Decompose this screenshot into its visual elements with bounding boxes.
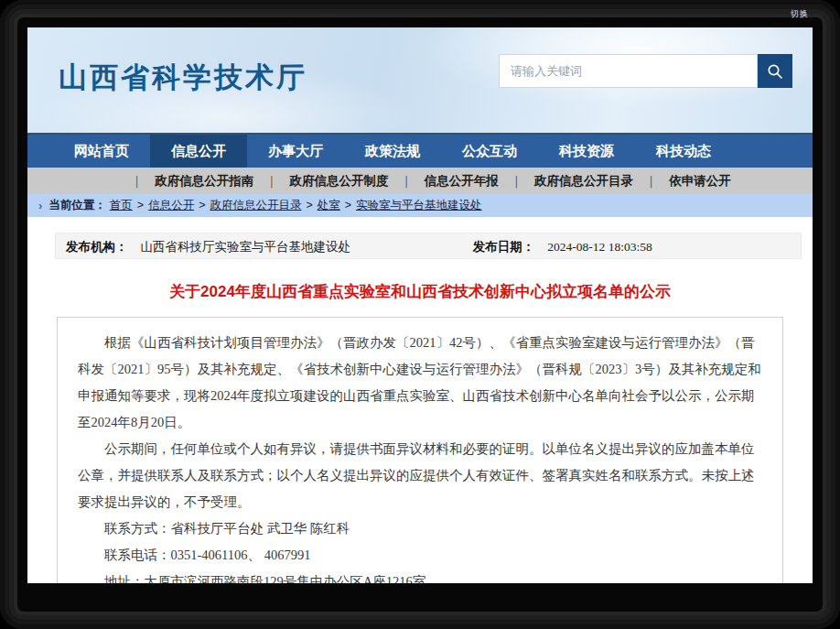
subnav-separator: ｜ — [645, 173, 657, 190]
article-body: 根据《山西省科技计划项目管理办法》（晋政办发〔2021〕42号）、《省重点实验室… — [57, 317, 783, 583]
nav-item[interactable]: 科技动态 — [635, 135, 732, 168]
site-header: 山西省科学技术厅 — [27, 27, 813, 133]
breadcrumb-arrow-icon: › — [38, 199, 42, 212]
subnav-item[interactable]: 政府信息公开目录 — [534, 173, 633, 190]
contact-line: 地址：太原市滨河西路南段129号集中办公区A座1216室 — [78, 569, 762, 583]
breadcrumb: › 当前位置： 首页>信息公开>政府信息公开目录>处室>实验室与平台基地建设处 — [27, 194, 813, 217]
breadcrumb-link[interactable]: 实验室与平台基地建设处 — [356, 199, 482, 211]
nav-item[interactable]: 公众互动 — [441, 135, 538, 168]
nav-item[interactable]: 网站首页 — [53, 135, 150, 168]
agency-label: 发布机构： — [66, 240, 128, 254]
article-title: 关于2024年度山西省重点实验室和山西省技术创新中心拟立项名单的公示 — [37, 281, 803, 302]
subnav-item[interactable]: 政府信息公开制度 — [289, 173, 388, 190]
nav-item[interactable]: 政策法规 — [344, 135, 441, 168]
nav-item[interactable]: 信息公开 — [150, 135, 247, 168]
search-input[interactable] — [499, 54, 758, 88]
search-box — [499, 54, 792, 88]
article-content: 发布机构：山西省科技厅实验室与平台基地建设处 发布日期：2024-08-12 1… — [27, 233, 813, 583]
breadcrumb-separator: > — [199, 199, 205, 211]
breadcrumb-link[interactable]: 首页 — [110, 199, 133, 211]
breadcrumb-separator: > — [137, 199, 144, 211]
main-nav: 网站首页信息公开办事大厅政策法规公众互动科技资源科技动态 — [27, 133, 813, 168]
subnav-item[interactable]: 信息公开年报 — [425, 173, 499, 190]
contact-line: 联系方式：省科技厅平台处 武卫华 陈红科 — [78, 515, 762, 542]
breadcrumb-items: 首页>信息公开>政府信息公开目录>处室>实验室与平台基地建设处 — [110, 198, 482, 213]
date-value: 2024-08-12 18:03:58 — [547, 240, 652, 254]
nav-item[interactable]: 科技资源 — [538, 135, 635, 168]
breadcrumb-prefix: 当前位置： — [48, 198, 106, 213]
breadcrumb-link[interactable]: 信息公开 — [148, 199, 194, 211]
date-label: 发布日期： — [473, 240, 535, 254]
agency-value: 山西省科技厅实验室与平台基地建设处 — [141, 240, 351, 254]
contact-line: 联系电话：0351-4061106、 4067991 — [78, 542, 762, 569]
corner-label: 切换 — [791, 8, 809, 20]
paragraph: 根据《山西省科技计划项目管理办法》（晋政办发〔2021〕42号）、《省重点实验室… — [78, 330, 762, 436]
search-icon — [767, 63, 783, 80]
subnav-separator: ｜ — [265, 173, 277, 190]
nav-item[interactable]: 办事大厅 — [247, 135, 344, 168]
site-title: 山西省科学技术厅 — [59, 59, 307, 97]
subnav-item[interactable]: 依申请公开 — [669, 173, 731, 190]
browser-page: 山西省科学技术厅 网站首页信息公开办事大厅政策法规公众互动科技资源科技动态 ｜政… — [27, 27, 813, 583]
breadcrumb-separator: > — [306, 199, 312, 211]
breadcrumb-separator: > — [345, 199, 351, 211]
publish-date: 发布日期：2024-08-12 18:03:58 — [473, 233, 652, 260]
subnav: ｜政府信息公开指南｜政府信息公开制度｜信息公开年报｜政府信息公开目录｜依申请公开 — [27, 168, 813, 194]
search-button[interactable] — [758, 54, 792, 88]
subnav-separator: ｜ — [400, 173, 412, 190]
breadcrumb-link[interactable]: 处室 — [318, 199, 340, 211]
subnav-separator: ｜ — [511, 173, 522, 190]
subnav-separator: ｜ — [131, 173, 143, 190]
meta-bar: 发布机构：山西省科技厅实验室与平台基地建设处 发布日期：2024-08-12 1… — [55, 233, 802, 259]
paragraph: 公示期间，任何单位或个人如有异议，请提供书面异议材料和必要的证明。以单位名义提出… — [78, 436, 762, 515]
breadcrumb-link[interactable]: 政府信息公开目录 — [210, 199, 301, 211]
subnav-item[interactable]: 政府信息公开指南 — [155, 173, 253, 190]
